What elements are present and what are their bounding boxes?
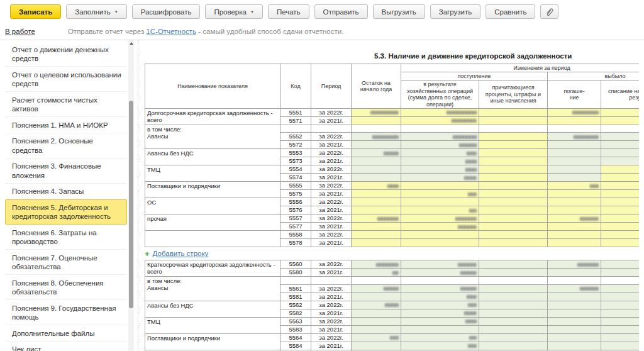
value-cell-incoming-interest[interactable] bbox=[479, 260, 548, 269]
value-cell-repaid[interactable] bbox=[548, 269, 601, 277]
sidebar-item-notes-3-fin-invest[interactable]: Пояснения 3. Финансовые вложения bbox=[5, 159, 127, 184]
value-cell-incoming-interest[interactable] bbox=[479, 284, 548, 292]
value-cell-repaid[interactable] bbox=[548, 109, 601, 117]
value-cell-incoming-operations[interactable] bbox=[401, 292, 479, 301]
value-cell-writeoff[interactable] bbox=[601, 149, 640, 157]
value-cell-repaid[interactable] bbox=[548, 317, 601, 325]
value-cell-opening-balance[interactable] bbox=[352, 325, 401, 333]
value-cell-incoming-interest[interactable] bbox=[479, 301, 548, 309]
value-cell-repaid[interactable] bbox=[548, 165, 601, 174]
value-cell-writeoff[interactable] bbox=[601, 117, 640, 125]
sidebar-item-target-use-report[interactable]: Отчет о целевом использовании средств bbox=[5, 67, 127, 92]
send-button[interactable]: Отправить bbox=[314, 4, 368, 19]
value-cell-writeoff[interactable] bbox=[601, 133, 640, 141]
value-cell-incoming-interest[interactable] bbox=[479, 182, 548, 190]
value-cell-writeoff[interactable] bbox=[601, 301, 640, 309]
value-cell-opening-balance[interactable] bbox=[352, 342, 401, 350]
sidebar-item-notes-4-stocks[interactable]: Пояснения 4. Запасы bbox=[5, 184, 127, 200]
value-cell-repaid[interactable] bbox=[548, 190, 601, 198]
value-cell-incoming-interest[interactable] bbox=[479, 165, 548, 174]
value-cell-repaid[interactable] bbox=[548, 260, 601, 269]
add-row-link[interactable]: Добавить строку bbox=[153, 250, 209, 257]
value-cell-incoming-interest[interactable] bbox=[479, 333, 548, 342]
value-cell-incoming-operations[interactable] bbox=[401, 133, 479, 141]
sidebar-item-notes-5-debts[interactable]: Пояснения 5. Дебиторская и кредиторская … bbox=[5, 199, 127, 225]
add-icon[interactable]: + bbox=[145, 250, 150, 258]
value-cell-repaid[interactable] bbox=[548, 301, 601, 309]
fill-button[interactable]: Заполнить▼ bbox=[66, 4, 126, 19]
value-cell-opening-balance[interactable] bbox=[352, 190, 401, 198]
value-cell-incoming-operations[interactable] bbox=[401, 190, 479, 198]
value-cell-repaid[interactable] bbox=[548, 342, 601, 350]
value-cell-opening-balance[interactable] bbox=[352, 301, 401, 309]
value-cell-opening-balance[interactable] bbox=[352, 239, 401, 247]
value-cell-opening-balance[interactable] bbox=[352, 165, 401, 174]
value-cell-incoming-operations[interactable] bbox=[401, 317, 479, 325]
sidebar-item-notes-6-production[interactable]: Пояснения 6. Затраты на производство bbox=[5, 225, 127, 250]
value-cell-writeoff[interactable] bbox=[601, 260, 640, 269]
value-cell-incoming-operations[interactable] bbox=[401, 269, 479, 277]
value-cell-opening-balance[interactable] bbox=[352, 284, 401, 292]
value-cell-incoming-interest[interactable] bbox=[479, 239, 548, 247]
1c-reporting-link[interactable]: 1С-Отчетность bbox=[146, 28, 196, 35]
value-cell-incoming-interest[interactable] bbox=[479, 325, 548, 333]
sidebar-item-notes-7-estimated[interactable]: Пояснения 7. Оценочные обязательства bbox=[5, 250, 127, 275]
value-cell-incoming-interest[interactable] bbox=[479, 198, 548, 206]
value-cell-writeoff[interactable] bbox=[601, 165, 640, 174]
row-name-cell[interactable] bbox=[145, 231, 280, 247]
value-cell-writeoff[interactable] bbox=[601, 223, 640, 231]
value-cell-incoming-interest[interactable] bbox=[479, 292, 548, 301]
sidebar-item-net-assets-calc[interactable]: Расчет стоимости чистых активов bbox=[5, 92, 127, 117]
value-cell-incoming-interest[interactable] bbox=[479, 141, 548, 149]
check-button[interactable]: Проверка▼ bbox=[205, 4, 262, 19]
value-cell-repaid[interactable] bbox=[548, 174, 601, 182]
value-cell-incoming-interest[interactable] bbox=[479, 317, 548, 325]
value-cell-repaid[interactable] bbox=[548, 284, 601, 292]
value-cell-opening-balance[interactable] bbox=[352, 141, 401, 149]
value-cell-incoming-operations[interactable] bbox=[401, 174, 479, 182]
value-cell-repaid[interactable] bbox=[548, 198, 601, 206]
scroll-up-icon[interactable] bbox=[130, 42, 133, 45]
sidebar-item-check-list[interactable]: Чек лист bbox=[5, 342, 127, 351]
value-cell-repaid[interactable] bbox=[548, 141, 601, 149]
value-cell-opening-balance[interactable] bbox=[352, 174, 401, 182]
value-cell-incoming-operations[interactable] bbox=[401, 333, 479, 342]
value-cell-opening-balance[interactable] bbox=[352, 157, 401, 165]
value-cell-incoming-interest[interactable] bbox=[479, 117, 548, 125]
export-button[interactable]: Выгрузить bbox=[373, 4, 425, 19]
value-cell-incoming-interest[interactable] bbox=[479, 206, 548, 214]
value-cell-writeoff[interactable] bbox=[601, 292, 640, 301]
value-cell-repaid[interactable] bbox=[548, 309, 601, 317]
value-cell-incoming-interest[interactable] bbox=[479, 157, 548, 165]
value-cell-opening-balance[interactable] bbox=[352, 309, 401, 317]
value-cell-incoming-operations[interactable] bbox=[401, 223, 479, 231]
value-cell-repaid[interactable] bbox=[548, 206, 601, 214]
value-cell-writeoff[interactable] bbox=[601, 174, 640, 182]
value-cell-incoming-interest[interactable] bbox=[479, 231, 548, 239]
value-cell-incoming-interest[interactable] bbox=[479, 149, 548, 157]
value-cell-repaid[interactable] bbox=[548, 214, 601, 223]
sidebar-scrollbar[interactable] bbox=[128, 40, 134, 351]
value-cell-repaid[interactable] bbox=[548, 292, 601, 301]
value-cell-incoming-operations[interactable] bbox=[401, 149, 479, 157]
value-cell-incoming-operations[interactable] bbox=[401, 182, 479, 190]
value-cell-opening-balance[interactable] bbox=[352, 117, 401, 125]
value-cell-opening-balance[interactable] bbox=[352, 317, 401, 325]
sidebar-item-notes-9-state-aid[interactable]: Пояснения 9. Государственная помощь bbox=[5, 300, 127, 325]
value-cell-opening-balance[interactable] bbox=[352, 198, 401, 206]
value-cell-incoming-interest[interactable] bbox=[479, 109, 548, 117]
value-cell-repaid[interactable] bbox=[548, 223, 601, 231]
save-button[interactable]: Записать bbox=[10, 4, 61, 19]
value-cell-incoming-interest[interactable] bbox=[479, 174, 548, 182]
value-cell-writeoff[interactable] bbox=[601, 239, 640, 247]
value-cell-writeoff[interactable] bbox=[601, 157, 640, 165]
value-cell-opening-balance[interactable] bbox=[352, 269, 401, 277]
value-cell-opening-balance[interactable] bbox=[352, 214, 401, 223]
value-cell-opening-balance[interactable] bbox=[352, 149, 401, 157]
value-cell-writeoff[interactable] bbox=[601, 309, 640, 317]
value-cell-incoming-operations[interactable] bbox=[401, 198, 479, 206]
value-cell-writeoff[interactable] bbox=[601, 141, 640, 149]
value-cell-writeoff[interactable] bbox=[601, 269, 640, 277]
value-cell-incoming-operations[interactable] bbox=[401, 157, 479, 165]
value-cell-writeoff[interactable] bbox=[601, 182, 640, 190]
